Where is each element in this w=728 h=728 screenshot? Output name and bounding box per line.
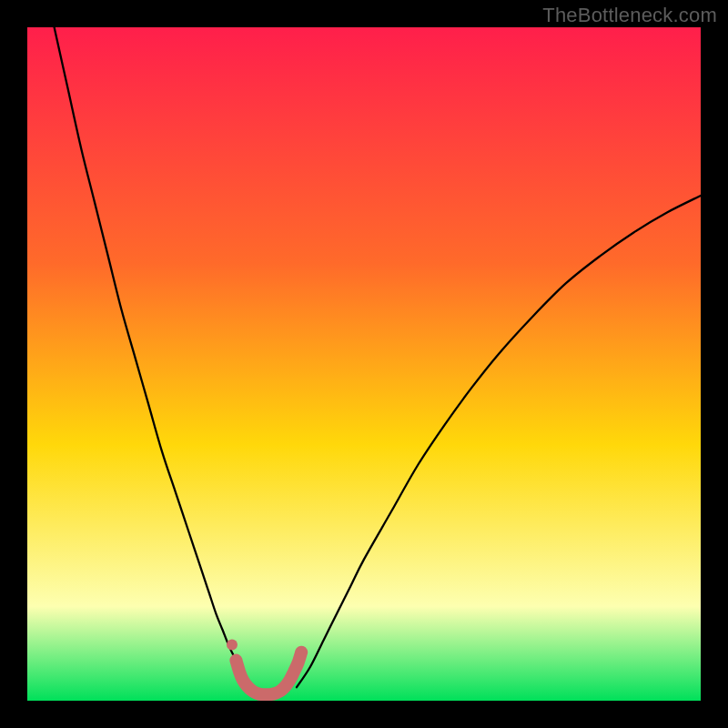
watermark-text: TheBottleneck.com [542,4,717,27]
chart-frame: TheBottleneck.com [0,0,728,728]
chart-svg [27,27,701,701]
marker-left-dot [227,640,238,651]
gradient-background [27,27,701,701]
plot-area [27,27,701,701]
